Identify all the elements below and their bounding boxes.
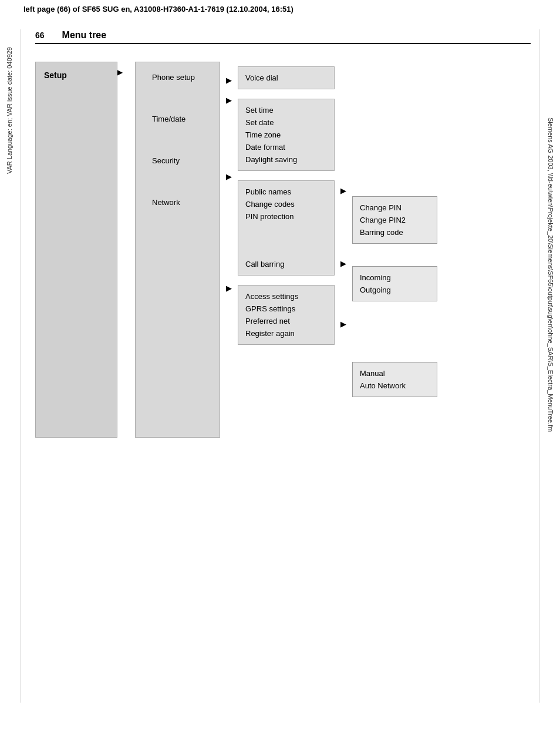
arrow-register-again: ▶ xyxy=(335,315,352,332)
gprs-settings-item: GPRS settings xyxy=(245,303,327,315)
call-barring-item: Call barring xyxy=(245,258,327,270)
page-header: left page (66) of SF65 SUG en, A31008-H7… xyxy=(0,0,560,18)
phone-setup-sub-box: Voice dial xyxy=(238,66,335,89)
change-codes-item: Change codes xyxy=(245,198,327,210)
arrow-col-1: ▶ xyxy=(117,62,135,76)
arrow-phone-setup: ▶ xyxy=(220,69,238,91)
menu-column: Phone setup Time/date Security Network xyxy=(135,62,220,438)
arrow-icon-phone-setup: ▶ xyxy=(226,76,232,85)
page-number: 66 xyxy=(35,31,45,40)
arrow-icon-call-barring: ▶ xyxy=(340,259,346,268)
manual-item: Manual xyxy=(360,367,430,380)
register-again-item: Register again xyxy=(245,327,327,340)
public-names-item: Public names xyxy=(245,186,327,198)
pin-protection-sub-box: Change PIN Change PIN2 Barring code xyxy=(352,196,437,244)
time-zone-item: Time zone xyxy=(245,129,327,141)
barring-code-item: Barring code xyxy=(360,226,430,239)
voice-dial-item: Voice dial xyxy=(245,72,327,84)
menu-item-security: Security xyxy=(144,152,211,170)
incoming-item: Incoming xyxy=(360,271,430,284)
setup-column: Setup xyxy=(35,62,117,438)
header-rest: of SF65 SUG en, A31008-H7360-A1-1-7619 (… xyxy=(73,5,294,14)
menu-tree-container: Setup ▶ Phone setup Time/date Security N… xyxy=(35,56,531,444)
page-title: Menu tree xyxy=(62,30,107,41)
menu-group-box: Phone setup Time/date Security Network xyxy=(135,62,220,438)
register-again-sub-container: Manual Auto Network xyxy=(352,362,437,397)
arrow-call-barring: ▶ xyxy=(335,255,352,271)
setup-label: Setup xyxy=(44,70,109,80)
outgoing-item: Outgoing xyxy=(360,284,430,296)
arrow-icon-1: ▶ xyxy=(117,69,123,76)
vertical-text-right: Siemens AG 2003, \\ltl-eu\wien\Projekte_… xyxy=(547,117,554,432)
daylight-saving-item: Daylight saving xyxy=(245,153,327,166)
arrow-icon-network: ▶ xyxy=(226,284,232,293)
pin-protection-item: PIN protection xyxy=(245,210,327,223)
set-time-item: Set time xyxy=(245,104,327,116)
arrow-pin-protection: ▶ xyxy=(335,167,352,214)
arrow-security: ▶ xyxy=(220,167,238,279)
arrow-icon-security: ▶ xyxy=(226,172,232,181)
change-pin-item: Change PIN xyxy=(360,202,430,214)
header-bold: left page (66) xyxy=(23,5,70,14)
submenu-column: Voice dial Set time Set date Time zone D… xyxy=(238,62,335,345)
network-sub-box: Access settings GPRS settings Preferred … xyxy=(238,285,335,345)
pin-protection-sub-container: Change PIN Change PIN2 Barring code xyxy=(352,196,437,244)
level3-column: Change PIN Change PIN2 Barring code Inco… xyxy=(352,62,437,397)
arrow-icon-register-again: ▶ xyxy=(340,320,346,328)
menu-item-phone-setup: Phone setup xyxy=(144,68,211,86)
access-settings-item: Access settings xyxy=(245,290,327,303)
arrow-icon-time-date: ▶ xyxy=(226,96,232,105)
change-pin2-item: Change PIN2 xyxy=(360,214,430,226)
call-barring-sub-container: Incoming Outgoing xyxy=(352,266,437,301)
arrow-col-3: ▶ ▶ ▶ xyxy=(335,62,352,332)
vertical-text-left: VAR Language: en; VAR issue date: 040929 xyxy=(6,47,13,174)
arrow-icon-pin-protection: ▶ xyxy=(340,186,346,195)
security-sub-box: Public names Change codes PIN protection… xyxy=(238,180,335,276)
date-format-item: Date format xyxy=(245,141,327,153)
menu-item-time-date: Time/date xyxy=(144,110,211,128)
register-again-sub-box: Manual Auto Network xyxy=(352,362,437,397)
arrow-time-date: ▶ xyxy=(220,91,238,167)
arrow-col-2: ▶ ▶ ▶ ▶ xyxy=(220,62,238,350)
page-title-row: 66 Menu tree xyxy=(35,30,531,44)
setup-box: Setup xyxy=(35,62,117,438)
arrow-network: ▶ xyxy=(220,279,238,350)
call-barring-sub-box: Incoming Outgoing xyxy=(352,266,437,301)
auto-network-item: Auto Network xyxy=(360,380,430,392)
time-date-sub-box: Set time Set date Time zone Date format … xyxy=(238,99,335,171)
menu-item-network: Network xyxy=(144,193,211,211)
preferred-net-item: Preferred net xyxy=(245,315,327,327)
set-date-item: Set date xyxy=(245,116,327,129)
